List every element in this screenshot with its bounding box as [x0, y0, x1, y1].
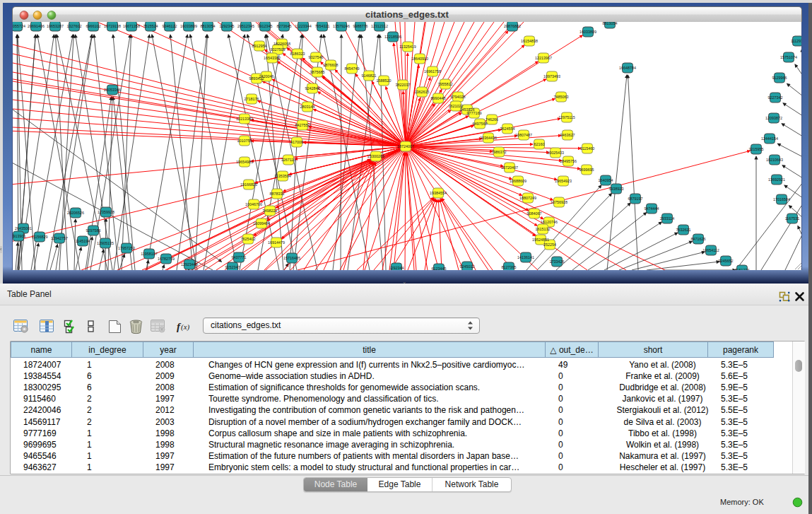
svg-text:5938923: 5938923	[609, 187, 624, 191]
svg-text:9463627: 9463627	[560, 133, 575, 137]
svg-text:8454749: 8454749	[345, 66, 360, 71]
svg-text:17359928: 17359928	[98, 210, 114, 214]
svg-text:1615132: 1615132	[536, 227, 551, 231]
svg-text:9699695: 9699695	[579, 168, 594, 172]
svg-text:26435001: 26435001	[15, 226, 32, 230]
svg-text:10653287: 10653287	[47, 24, 64, 28]
svg-text:3267110: 3267110	[281, 158, 296, 162]
svg-text:18640910: 18640910	[411, 57, 428, 61]
svg-text:9893412: 9893412	[249, 76, 264, 81]
svg-text:19654923: 19654923	[555, 179, 572, 183]
svg-text:8878332: 8878332	[270, 192, 285, 196]
svg-text:9327509: 9327509	[271, 47, 286, 52]
svg-text:10046706: 10046706	[245, 202, 262, 206]
svg-text:8813054: 8813054	[201, 24, 216, 28]
svg-text:3913901: 3913901	[13, 234, 26, 238]
svg-text:9245012: 9245012	[460, 264, 475, 269]
svg-text:9777169: 9777169	[467, 111, 482, 115]
svg-text:1640954: 1640954	[599, 178, 613, 182]
svg-text:9297586: 9297586	[86, 228, 101, 233]
svg-text:7515524: 7515524	[143, 24, 158, 28]
svg-text:15716485: 15716485	[283, 256, 300, 260]
svg-text:6123445: 6123445	[432, 267, 447, 270]
svg-text:19166825: 19166825	[240, 182, 257, 187]
svg-text:12218506: 12218506	[384, 35, 401, 39]
svg-text:11156829: 11156829	[31, 235, 47, 239]
svg-text:18495756: 18495756	[560, 159, 577, 163]
svg-text:8427552: 8427552	[295, 123, 310, 127]
svg-text:18724007: 18724007	[397, 144, 414, 148]
svg-text:10210643: 10210643	[766, 158, 783, 162]
svg-text:(x): (x)	[181, 322, 190, 332]
svg-text:9227342: 9227342	[768, 95, 783, 100]
svg-text:1733426: 1733426	[550, 259, 565, 264]
svg-text:11353594: 11353594	[274, 174, 291, 178]
svg-text:16671358: 16671358	[123, 24, 140, 28]
svg-text:1112934: 1112934	[791, 39, 802, 43]
svg-text:13692921: 13692921	[768, 177, 785, 182]
svg-text:16099484: 16099484	[253, 221, 270, 226]
svg-text:9242848: 9242848	[305, 86, 320, 90]
svg-text:8471626: 8471626	[691, 237, 706, 241]
svg-text:12312312: 12312312	[371, 24, 388, 28]
svg-text:3215955: 3215955	[749, 147, 764, 151]
svg-text:16033809: 16033809	[180, 24, 197, 28]
svg-text:18226058: 18226058	[273, 42, 290, 46]
svg-text:1292345: 1292345	[220, 24, 235, 28]
svg-text:2803144: 2803144	[300, 105, 315, 109]
svg-text:252254: 252254	[543, 243, 556, 247]
svg-text:6879197: 6879197	[628, 197, 643, 201]
svg-text:16648784: 16648784	[619, 66, 636, 70]
svg-text:12444154: 12444154	[761, 136, 778, 141]
svg-text:12093872: 12093872	[765, 116, 782, 120]
svg-text:2718176: 2718176	[245, 97, 259, 101]
svg-text:9245652: 9245652	[719, 259, 734, 263]
svg-text:1010755: 1010755	[237, 139, 252, 143]
svg-text:17957253: 17957253	[118, 246, 135, 250]
svg-text:12923448: 12923448	[181, 262, 198, 267]
svg-text:9152347: 9152347	[225, 265, 240, 269]
svg-text:7485063: 7485063	[554, 95, 569, 99]
svg-text:19654983: 19654983	[236, 160, 253, 164]
svg-text:7955812: 7955812	[438, 82, 453, 86]
svg-text:3875685: 3875685	[310, 70, 325, 74]
svg-text:16120746: 16120746	[541, 220, 558, 224]
svg-text:1362615: 1362615	[415, 90, 430, 94]
svg-text:9912345: 9912345	[258, 24, 273, 28]
svg-text:9346122: 9346122	[163, 24, 177, 28]
svg-text:25300265: 25300265	[367, 154, 384, 158]
svg-text:19384554: 19384554	[430, 191, 447, 195]
svg-text:1588520: 1588520	[377, 78, 392, 83]
svg-text:16543382: 16543382	[264, 56, 281, 60]
svg-text:17016504: 17016504	[773, 197, 790, 201]
svg-text:7632621: 7632621	[676, 228, 691, 232]
svg-text:10025433: 10025433	[547, 151, 564, 155]
svg-text:9129966: 9129966	[772, 76, 787, 80]
svg-text:11223344: 11223344	[295, 24, 312, 28]
svg-text:10756928: 10756928	[551, 200, 567, 204]
svg-text:1145194: 1145194	[76, 239, 90, 243]
svg-text:10654112: 10654112	[702, 248, 719, 252]
svg-text:12213967: 12213967	[535, 56, 552, 60]
svg-text:3498222: 3498222	[263, 209, 278, 213]
svg-text:10973493: 10973493	[543, 74, 560, 78]
svg-text:12975115: 12975115	[558, 115, 575, 119]
svg-text:6794028: 6794028	[451, 95, 466, 99]
svg-text:9988776: 9988776	[353, 24, 368, 28]
svg-text:1167531: 1167531	[785, 216, 800, 221]
svg-text:7625402: 7625402	[241, 237, 256, 241]
svg-text:8912954: 8912954	[252, 44, 267, 48]
svg-text:8127365: 8127365	[502, 265, 517, 269]
svg-text:417006: 417006	[290, 140, 303, 144]
svg-text:8813054: 8813054	[603, 22, 618, 25]
svg-text:16782759: 16782759	[158, 257, 175, 261]
svg-text:12213383: 12213383	[236, 117, 253, 121]
svg-text:7654321: 7654321	[315, 24, 330, 28]
svg-text:20512345: 20512345	[237, 24, 254, 28]
svg-text:10807487: 10807487	[515, 133, 532, 137]
svg-text:20364436: 20364436	[480, 136, 497, 140]
svg-text:20206526: 20206526	[67, 211, 84, 215]
svg-text:9437771: 9437771	[232, 255, 247, 259]
svg-text:16033809: 16033809	[579, 30, 596, 34]
svg-text:746266: 746266	[486, 117, 498, 122]
